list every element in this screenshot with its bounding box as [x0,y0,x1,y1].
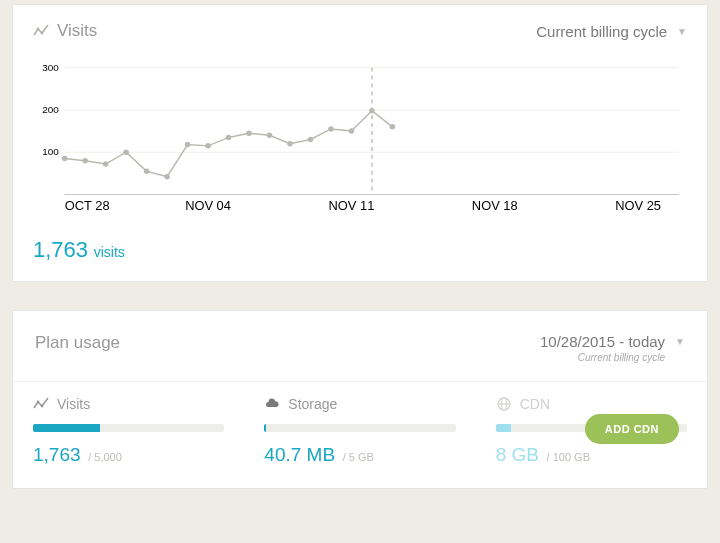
metric-storage-bar-fill [264,424,266,432]
plan-period-sublabel: Current billing cycle [578,352,665,363]
metric-storage-label: Storage [288,396,337,412]
visits-card: Visits Current billing cycle ▼ 100200300… [12,4,708,282]
metric-cdn-limit: / 100 GB [547,451,590,463]
svg-point-15 [62,156,68,162]
svg-point-20 [164,174,170,180]
metric-visits-label: Visits [57,396,90,412]
svg-text:NOV 25: NOV 25 [615,198,661,213]
period-dropdown[interactable]: Current billing cycle ▼ [536,23,687,40]
svg-point-1 [41,32,44,35]
metric-visits-value: 1,763 [33,444,81,465]
visits-summary-unit: visits [94,244,125,260]
metric-visits-bar [33,424,224,432]
globe-icon [496,396,512,412]
svg-point-31 [390,124,396,130]
svg-text:100: 100 [42,146,59,157]
metric-visits: Visits 1,763 / 5,000 [13,382,244,484]
svg-point-16 [82,158,88,164]
metric-cdn-value: 8 GB [496,444,539,465]
svg-point-28 [328,126,334,132]
svg-text:NOV 11: NOV 11 [329,198,375,213]
svg-point-17 [103,161,109,167]
svg-point-0 [37,28,40,31]
visits-chart-svg: 100200300OCT 28NOV 04NOV 11NOV 18NOV 25 [33,59,687,219]
svg-point-19 [144,168,150,174]
plan-period-dropdown[interactable]: 10/28/2015 - today ▼ Current billing cyc… [540,333,685,363]
svg-point-22 [205,143,211,149]
plan-title: Plan usage [35,333,120,353]
svg-text:NOV 04: NOV 04 [185,198,231,213]
metric-storage-head: Storage [264,396,455,412]
metric-storage-value: 40.7 MB [264,444,335,465]
svg-point-21 [185,142,191,148]
chevron-down-icon: ▼ [675,336,685,347]
svg-point-33 [41,405,44,408]
metric-visits-limit: / 5,000 [88,451,122,463]
svg-point-18 [123,149,129,155]
add-cdn-button[interactable]: ADD CDN [585,414,679,444]
chevron-down-icon: ▼ [677,26,687,37]
metric-storage-limit: / 5 GB [343,451,374,463]
svg-text:200: 200 [42,104,59,115]
visits-summary-value: 1,763 [33,237,88,262]
plan-header: Plan usage 10/28/2015 - today ▼ Current … [13,311,707,381]
visits-card-header: Visits Current billing cycle ▼ [13,5,707,49]
svg-point-24 [246,130,252,136]
svg-text:NOV 18: NOV 18 [472,198,518,213]
visits-icon [33,396,49,412]
metric-visits-head: Visits [33,396,224,412]
metric-storage: Storage 40.7 MB / 5 GB [244,382,475,484]
svg-point-27 [308,137,314,143]
metric-cdn-bar-fill [496,424,511,432]
metric-cdn-label: CDN [520,396,550,412]
visits-summary: 1,763 visits [13,223,707,281]
visits-card-title: Visits [33,21,97,41]
svg-point-25 [267,133,273,139]
metric-cdn-head: CDN [496,396,687,412]
plan-period-label: 10/28/2015 - today [540,333,665,350]
svg-point-29 [349,128,355,134]
metric-visits-bar-fill [33,424,100,432]
svg-point-30 [369,108,375,114]
svg-text:300: 300 [42,62,59,73]
period-dropdown-label: Current billing cycle [536,23,667,40]
svg-text:OCT 28: OCT 28 [65,198,110,213]
svg-point-32 [37,401,40,404]
cloud-icon [264,396,280,412]
plan-usage-card: Plan usage 10/28/2015 - today ▼ Current … [12,310,708,489]
visits-title-text: Visits [57,21,97,41]
svg-point-23 [226,135,232,141]
svg-point-26 [287,141,293,147]
visits-icon [33,23,49,39]
metric-storage-bar [264,424,455,432]
visits-chart: 100200300OCT 28NOV 04NOV 11NOV 18NOV 25 [13,49,707,223]
metrics-row: Visits 1,763 / 5,000 Storage 40.7 M [13,381,707,484]
